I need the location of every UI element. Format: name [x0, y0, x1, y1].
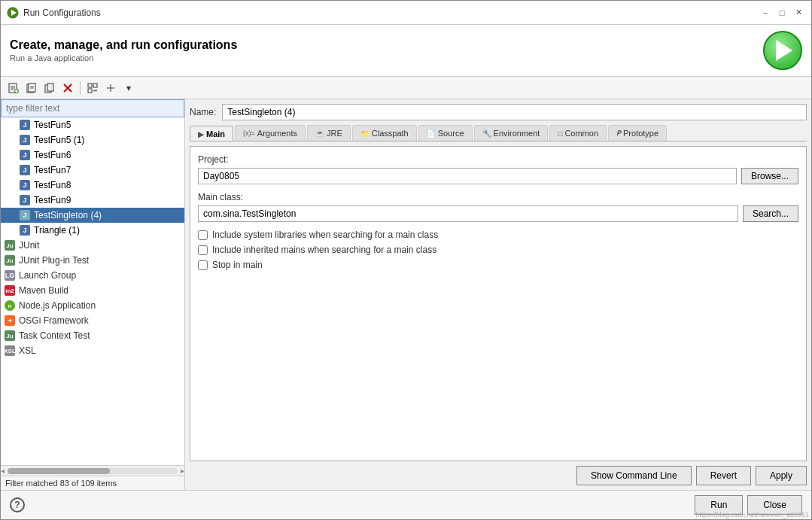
list-item[interactable]: LG Launch Group	[1, 268, 184, 283]
svg-rect-19	[88, 89, 92, 93]
java-icon: J	[19, 134, 31, 146]
filter-status: Filter matched 83 of 109 items	[1, 476, 184, 490]
tree-item-label: Launch Group	[19, 270, 76, 281]
tab-jre[interactable]: ☕ JRE	[307, 125, 351, 141]
scroll-right-btn[interactable]: ▸	[181, 467, 184, 475]
list-item[interactable]: J TestFun7	[1, 163, 184, 178]
list-item[interactable]: J TestFun6	[1, 147, 184, 163]
list-item[interactable]: ✦ OSGi Framework	[1, 313, 184, 328]
horizontal-scrollbar[interactable]: ◂ ▸	[1, 465, 184, 476]
new-config2-icon	[26, 83, 37, 93]
include-system-libs-label: Include system libraries when searching …	[212, 230, 438, 240]
list-item[interactable]: J TestFun8	[1, 178, 184, 193]
list-item[interactable]: J TestFun5 (1)	[1, 132, 184, 147]
main-class-input-group: Search...	[198, 205, 798, 222]
list-item[interactable]: XSL XSL	[1, 343, 184, 358]
collapse-button[interactable]	[84, 80, 101, 96]
duplicate-button[interactable]	[41, 80, 58, 96]
list-item[interactable]: m2 Maven Build	[1, 283, 184, 298]
help-button[interactable]: ?	[10, 497, 25, 512]
search-button[interactable]: Search...	[743, 205, 798, 222]
tab-source[interactable]: 📄 Source	[418, 125, 473, 141]
h-scroll-thumb	[8, 468, 110, 474]
tab-environment[interactable]: 🔧 Environment	[474, 125, 549, 141]
common-tab-icon: □	[558, 129, 562, 138]
tree-item-label: TestFun8	[34, 180, 71, 190]
main-class-input[interactable]	[198, 205, 738, 222]
project-row: Project: Browse...	[198, 154, 798, 184]
revert-button[interactable]: Revert	[696, 466, 751, 485]
list-item[interactable]: Ju Task Context Test	[1, 328, 184, 343]
show-command-line-button[interactable]: Show Command Line	[576, 466, 692, 485]
bottom-buttons: Show Command Line Revert Apply	[190, 461, 807, 485]
minimize-button[interactable]: −	[759, 6, 772, 20]
expand-button[interactable]	[102, 80, 119, 96]
junit-icon: Ju	[4, 330, 16, 342]
scroll-left-btn[interactable]: ◂	[1, 467, 5, 475]
source-tab-icon: 📄	[427, 129, 436, 138]
tabs-bar: ▶ Main (x)= Arguments ☕ JRE 📁 Classpath …	[190, 125, 807, 141]
tree-item-label: XSL	[19, 345, 36, 356]
window-icon	[7, 7, 19, 19]
duplicate-icon	[44, 83, 55, 93]
include-inherited-mains-label: Include inherited mains when searching f…	[212, 245, 436, 255]
tab-prototype[interactable]: 𝙋 Prototype	[608, 125, 667, 141]
main-class-label: Main class:	[198, 192, 798, 202]
collapse-icon	[87, 83, 98, 93]
header-area: Create, manage, and run configurations R…	[1, 25, 811, 77]
restore-button[interactable]: □	[775, 6, 789, 20]
tab-classpath[interactable]: 📁 Classpath	[352, 125, 417, 141]
env-tab-icon: 🔧	[482, 129, 491, 138]
tab-arguments[interactable]: (x)= Arguments	[235, 125, 306, 141]
apply-button[interactable]: Apply	[756, 466, 807, 485]
tree-item-label: Task Context Test	[19, 330, 90, 341]
delete-icon	[62, 83, 73, 93]
list-item-selected[interactable]: J TestSingleton (4)	[1, 208, 184, 223]
java-icon: J	[19, 149, 31, 161]
run-configurations-window: Run Configurations − □ ✕ Create, manage,…	[0, 0, 812, 520]
list-item[interactable]: J TestFun5	[1, 117, 184, 132]
tab-prototype-label: Prototype	[623, 129, 658, 138]
tab-main[interactable]: ▶ Main	[190, 126, 233, 141]
tree-item-label: TestFun7	[34, 165, 71, 175]
toolbar: ▾	[1, 77, 811, 99]
launch-icon: LG	[4, 269, 16, 281]
svg-rect-17	[88, 84, 92, 87]
tree-item-label: TestFun9	[34, 195, 71, 205]
tree-item-label: TestFun5 (1)	[34, 135, 84, 145]
list-item[interactable]: Ju JUnit	[1, 238, 184, 253]
new-config-button[interactable]	[5, 80, 22, 96]
tree-item-label: JUnit	[19, 240, 39, 251]
tree-item-label: Maven Build	[19, 285, 68, 296]
tab-environment-label: Environment	[494, 129, 540, 138]
tree-container[interactable]: J TestFun5 J TestFun5 (1) J TestFun6 J T…	[1, 117, 184, 465]
maven-icon: m2	[4, 284, 16, 296]
name-input[interactable]	[222, 104, 807, 120]
window-title: Run Configurations	[23, 8, 759, 18]
new-config2-button[interactable]	[23, 80, 40, 96]
java-icon: J	[19, 119, 31, 131]
window-controls: − □ ✕	[759, 6, 805, 20]
junit-icon: Ju	[4, 254, 16, 266]
more-button[interactable]: ▾	[120, 80, 137, 96]
tab-classpath-label: Classpath	[372, 129, 409, 138]
main-class-row: Main class: Search...	[198, 192, 798, 222]
tab-main-label: Main	[206, 129, 225, 138]
list-item[interactable]: n Node.js Application	[1, 298, 184, 313]
main-tab-icon: ▶	[198, 130, 204, 138]
filter-input[interactable]	[1, 99, 184, 117]
project-input[interactable]	[198, 168, 737, 184]
list-item[interactable]: J TestFun9	[1, 193, 184, 208]
browse-button[interactable]: Browse...	[741, 168, 798, 184]
delete-button[interactable]	[59, 80, 76, 96]
list-item[interactable]: Ju JUnit Plug-in Test	[1, 253, 184, 268]
tab-common[interactable]: □ Common	[549, 125, 607, 141]
stop-in-main-checkbox[interactable]	[198, 260, 208, 270]
include-inherited-mains-checkbox[interactable]	[198, 245, 208, 255]
tree-item-label: OSGi Framework	[19, 315, 89, 326]
run-large-button[interactable]	[763, 31, 802, 70]
window-close-button[interactable]: ✕	[792, 6, 805, 20]
list-item[interactable]: J Triangle (1)	[1, 223, 184, 238]
h-scroll-track	[8, 468, 178, 474]
include-system-libs-checkbox[interactable]	[198, 230, 208, 240]
